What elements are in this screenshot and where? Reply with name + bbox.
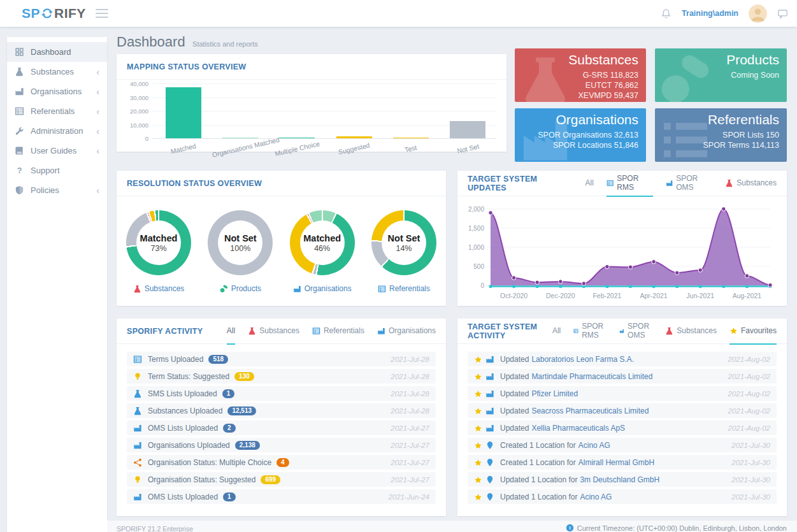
svg-text:Jun-2021: Jun-2021 (686, 292, 714, 299)
table-icon (573, 327, 578, 335)
activity-row[interactable]: SMS Lists Uploaded12021-Jul-28 (127, 386, 436, 401)
activity-row[interactable]: Term Status: Suggested1302021-Jul-28 (127, 369, 436, 384)
donut-center-value: 14% (396, 244, 412, 253)
tile-title: Referentials (708, 112, 779, 127)
updates-tab-all[interactable]: All (585, 171, 594, 197)
activity-link[interactable]: Acino AG (580, 492, 612, 501)
donut-legend-referentials[interactable]: Referentials (371, 284, 437, 293)
activity-link[interactable]: 3m Deutschland GmbH (580, 475, 659, 484)
activity-row[interactable]: Substances Uploaded12,5132021-Jul-28 (127, 403, 436, 418)
activity-row[interactable]: UpdatedPfizer Limited2021-Aug-02 (468, 386, 777, 401)
donut-legend-substances[interactable]: Substances (126, 284, 192, 293)
svg-text:Apr-2021: Apr-2021 (640, 292, 667, 299)
updates-tab-spor-rms[interactable]: SPOR RMS (607, 171, 653, 197)
tile-organisations[interactable]: OrganisationsSPOR Organisations 32,613SP… (515, 108, 646, 162)
header-actions: Training\admin (661, 0, 788, 27)
grid-icon (15, 47, 24, 57)
tab-label: Organisations (389, 326, 436, 335)
activity-row[interactable]: Terms Uploaded5182021-Jul-28 (127, 352, 436, 366)
donut-ring: Matched46% (290, 210, 355, 275)
donut-center-label: Not Set (224, 233, 257, 243)
donut-legend-organisations[interactable]: Organisations (289, 284, 355, 293)
activity-date: 2021-Jul-27 (391, 476, 429, 484)
activity-row[interactable]: Created 1 Location forAlmirall Hermal Gm… (468, 455, 777, 470)
bar-test (393, 138, 429, 138)
activity-row[interactable]: UpdatedLaboratorios Leon Farma S.A.2021-… (468, 352, 777, 366)
chevron-left-icon: ‹ (96, 147, 99, 155)
user-menu[interactable]: Training\admin (682, 9, 738, 18)
pin-icon (485, 492, 494, 501)
activity-text: Organisation Status: Multiple Choice (148, 458, 271, 467)
x-axis-label: Test (382, 138, 440, 159)
target-tab-favourites[interactable]: Favourites (729, 319, 777, 345)
activity-text: OMS Lists Uploaded (148, 424, 218, 433)
svg-text:?: ? (17, 166, 22, 175)
sporify-tab-referentials[interactable]: Referentials (312, 319, 364, 345)
activity-row[interactable]: Organisation Status: Suggested6992021-Ju… (127, 472, 436, 487)
sidebar-item-support[interactable]: ?Support (7, 161, 107, 180)
pin-icon (485, 475, 494, 484)
menu-toggle-icon[interactable] (96, 9, 108, 20)
bell-icon[interactable] (661, 8, 671, 19)
target-tab-spor-rms[interactable]: SPOR RMS (573, 319, 607, 345)
star-icon (474, 406, 482, 415)
activity-link[interactable]: Pfizer Limited (531, 389, 578, 398)
tile-products[interactable]: ProductsComing Soon (655, 48, 787, 102)
target-tab-spor-oms[interactable]: SPOR OMS (619, 319, 652, 345)
activity-row[interactable]: Created 1 Location forAcino AG2021-Jul-3… (468, 438, 777, 452)
activity-link[interactable]: Martindale Pharmaceuticals Limited (531, 372, 652, 381)
donut-legend-products[interactable]: Products (207, 284, 273, 293)
activity-row[interactable]: Updated 1 Location for3m Deutschland Gmb… (468, 472, 777, 487)
sporify-tab-substances[interactable]: Substances (248, 319, 299, 345)
svg-text:Oct-2020: Oct-2020 (500, 292, 528, 299)
chat-icon[interactable] (777, 8, 788, 19)
sidebar-item-policies[interactable]: Policies‹ (7, 180, 107, 200)
activity-row[interactable]: UpdatedSeacross Pharmaceuticals Limited2… (468, 403, 777, 418)
tile-title: Substances (568, 52, 638, 68)
count-badge: 2,138 (235, 441, 260, 450)
activity-link[interactable]: Acino AG (578, 441, 610, 450)
activity-row[interactable]: Organisations Uploaded2,1382021-Jul-27 (127, 438, 436, 452)
sidebar-item-user-guides[interactable]: User Guides‹ (7, 141, 107, 161)
tile-substances[interactable]: SubstancesG-SRS 118,823EUTCT 76,862XEVMP… (515, 48, 646, 102)
top-header: SP RIFY Training\admin (0, 0, 797, 27)
factory-icon (485, 355, 494, 364)
count-badge: 4 (276, 458, 289, 467)
sidebar-item-substances[interactable]: Substances‹ (7, 62, 107, 82)
activity-date: 2021-Jul-28 (391, 373, 429, 380)
tile-referentials[interactable]: ReferentialsSPOR Lists 150SPOR Terms 114… (655, 108, 787, 162)
flask-icon (133, 389, 142, 398)
sporify-tab-all[interactable]: All (227, 319, 235, 345)
activity-row[interactable]: UpdatedMartindale Pharmaceuticals Limite… (468, 369, 777, 384)
activity-link[interactable]: Laboratorios Leon Farma S.A. (531, 355, 634, 364)
sidebar-item-dashboard[interactable]: Dashboard (7, 42, 107, 62)
activity-row[interactable]: Organisation Status: Multiple Choice4202… (127, 455, 436, 470)
sidebar-item-administration[interactable]: Administration‹ (7, 121, 107, 141)
sidebar-item-organisations[interactable]: Organisations‹ (7, 82, 107, 101)
tile-title: Products (726, 52, 779, 68)
activity-row[interactable]: UpdatedXellia Pharmaceuticals ApS2021-Au… (468, 421, 777, 435)
target-tab-substances[interactable]: Substances (665, 319, 717, 345)
target-tab-all[interactable]: All (552, 319, 561, 345)
updates-tab-spor-oms[interactable]: SPOR OMS (666, 171, 713, 197)
activity-link[interactable]: Xellia Pharmaceuticals ApS (531, 424, 625, 433)
avatar[interactable] (749, 4, 767, 23)
activity-row[interactable]: OMS Lists Uploaded12021-Jun-24 (127, 489, 436, 504)
activity-date: 2021-Aug-02 (728, 390, 771, 398)
donut-products: Not Set100%Products (207, 210, 273, 293)
updates-tab-substances[interactable]: Substances (725, 171, 777, 197)
activity-link[interactable]: Almirall Hermal GmbH (578, 458, 654, 467)
sporify-activity-list: Terms Uploaded5182021-Jul-28Term Status:… (127, 352, 436, 512)
activity-row[interactable]: Updated 1 Location forAcino AG2021-Jul-3… (468, 489, 777, 504)
activity-row[interactable]: OMS Lists Uploaded22021-Jul-27 (127, 421, 436, 435)
activity-text: SMS Lists Uploaded (148, 389, 217, 398)
activity-link[interactable]: Seacross Pharmaceuticals Limited (531, 406, 649, 415)
star-icon (729, 327, 738, 335)
app-logo[interactable]: SP RIFY (22, 6, 86, 21)
tab-label: SPOR OMS (628, 322, 652, 340)
factory-icon (666, 179, 673, 187)
factory-icon (485, 424, 494, 433)
bar-suggested (336, 136, 372, 138)
sidebar-item-referentials[interactable]: Referentials‹ (7, 101, 107, 121)
sporify-tab-organisations[interactable]: Organisations (377, 319, 436, 345)
